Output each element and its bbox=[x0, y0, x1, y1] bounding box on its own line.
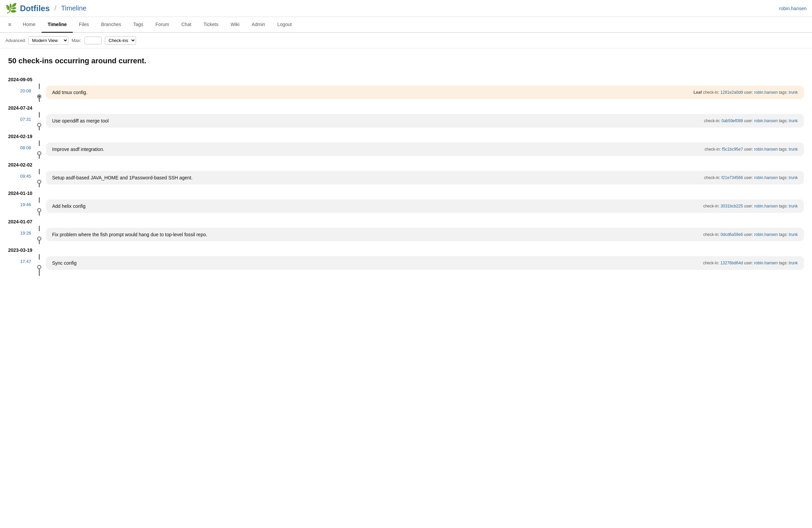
checkin-link[interactable]: 3031bcb225 bbox=[721, 204, 743, 209]
timeline-line bbox=[35, 254, 43, 276]
entry-card: Add tmux config. Leaf check-in: 1281e2a0… bbox=[46, 86, 804, 99]
time-value: 17:47 bbox=[8, 254, 35, 276]
entry-card: Fix problem where the fish prompt would … bbox=[46, 228, 804, 241]
view-select[interactable]: Modern View Classic View Compact View bbox=[28, 36, 68, 45]
commit-message: Setup asdf-based JAVA_HOME and 1Password… bbox=[52, 175, 192, 181]
hamburger-menu[interactable]: ≡ bbox=[3, 18, 17, 32]
timeline-line bbox=[35, 141, 43, 159]
main-nav: ≡ Home Timeline Files Branches Tags Foru… bbox=[0, 17, 812, 33]
nav-item-home[interactable]: Home bbox=[17, 17, 41, 33]
entry-card: Add helix config check-in: 3031bcb225 us… bbox=[46, 199, 804, 213]
date-label-6: 2023-03-19 bbox=[8, 244, 804, 254]
timeline-dot bbox=[37, 208, 41, 212]
user-link[interactable]: robin.hansen bbox=[754, 204, 778, 209]
table-row: 08:08 Improve asdf integration. check-in… bbox=[8, 141, 804, 159]
checkin-link[interactable]: 0dcd6a59e6 bbox=[721, 232, 743, 237]
timeline-dot bbox=[37, 151, 41, 155]
checkin-link[interactable]: 13276bd64d bbox=[720, 261, 743, 265]
entry-col: Improve asdf integration. check-in: f5c1… bbox=[43, 141, 804, 159]
tag-link[interactable]: trunk bbox=[789, 147, 798, 152]
timeline-dot bbox=[37, 237, 41, 241]
tag-link[interactable]: trunk bbox=[789, 232, 798, 237]
leaf-label: Leaf bbox=[694, 90, 702, 95]
entry-meta: check-in: f5c1bc95e7 user: robin.hansen … bbox=[698, 147, 798, 152]
entry-meta: Leaf check-in: 1281e2a0d9 user: robin.ha… bbox=[687, 90, 798, 95]
user-link[interactable]: robin.hansen bbox=[754, 175, 778, 180]
checkin-link[interactable]: f21e734566 bbox=[721, 175, 743, 180]
tag-link[interactable]: trunk bbox=[789, 204, 798, 209]
table-row: 07:31 Use opendiff as merge tool check-i… bbox=[8, 112, 804, 130]
logo-icon: 🌿 bbox=[5, 3, 17, 14]
entry-col: Setup asdf-based JAVA_HOME and 1Password… bbox=[43, 169, 804, 187]
user-link[interactable]: robin.hansen bbox=[754, 261, 778, 265]
timeline-line bbox=[35, 226, 43, 244]
entry-card: Setup asdf-based JAVA_HOME and 1Password… bbox=[46, 171, 804, 184]
time-value: 09:45 bbox=[8, 169, 35, 187]
date-label-0: 2024-09-05 bbox=[8, 73, 804, 84]
entry-col: Add helix config check-in: 3031bcb225 us… bbox=[43, 197, 804, 216]
date-group-4: 2024-01-10 19:46 Add helix config check-… bbox=[8, 187, 804, 216]
timeline-dot bbox=[37, 95, 41, 99]
entry-col: Add tmux config. Leaf check-in: 1281e2a0… bbox=[43, 84, 804, 102]
date-label-3: 2024-02-02 bbox=[8, 159, 804, 169]
tag-link[interactable]: trunk bbox=[789, 118, 798, 123]
table-row: 19:46 Add helix config check-in: 3031bcb… bbox=[8, 197, 804, 216]
checkin-link[interactable]: f5c1bc95e7 bbox=[722, 147, 743, 152]
tag-link[interactable]: trunk bbox=[789, 90, 798, 95]
time-value: 19:46 bbox=[8, 197, 35, 216]
commit-message: Improve asdf integration. bbox=[52, 146, 104, 152]
timeline-line bbox=[35, 169, 43, 187]
entry-meta: check-in: 3031bcb225 user: robin.hansen … bbox=[696, 204, 798, 209]
timeline-container: 2024-09-05 20:08 Add tmux config. Leaf c… bbox=[8, 73, 804, 276]
entry-meta: check-in: 0ab59ef088 user: robin.hansen … bbox=[697, 118, 798, 123]
checkin-link[interactable]: 0ab59ef088 bbox=[721, 118, 743, 123]
date-group-5: 2024-01-07 19:26 Fix problem where the f… bbox=[8, 216, 804, 244]
entry-col: Sync config check-in: 13276bd64d user: r… bbox=[43, 254, 804, 276]
nav-item-branches[interactable]: Branches bbox=[95, 17, 127, 33]
user-link[interactable]: robin.hansen bbox=[779, 6, 807, 11]
time-value: 07:31 bbox=[8, 112, 35, 130]
nav-item-tags[interactable]: Tags bbox=[127, 17, 149, 33]
time-value: 19:26 bbox=[8, 226, 35, 244]
tag-link[interactable]: trunk bbox=[789, 175, 798, 180]
max-input[interactable] bbox=[85, 37, 102, 44]
nav-item-wiki[interactable]: Wiki bbox=[224, 17, 245, 33]
nav-item-timeline[interactable]: Timeline bbox=[42, 17, 73, 33]
page-subtitle: Timeline bbox=[61, 4, 87, 12]
nav-item-logout[interactable]: Logout bbox=[271, 17, 298, 33]
commit-message: Fix problem where the fish prompt would … bbox=[52, 232, 207, 237]
nav-item-admin[interactable]: Admin bbox=[246, 17, 271, 33]
commit-message: Sync config bbox=[52, 260, 76, 266]
timeline-dot bbox=[37, 123, 41, 127]
date-group-6: 2023-03-19 17:47 Sync config check-in: 1… bbox=[8, 244, 804, 276]
commit-message: Use opendiff as merge tool bbox=[52, 118, 108, 124]
site-title[interactable]: Dotfiles bbox=[20, 4, 50, 13]
timeline-line bbox=[35, 112, 43, 130]
entry-card: Improve asdf integration. check-in: f5c1… bbox=[46, 142, 804, 156]
user-link[interactable]: robin.hansen bbox=[754, 90, 778, 95]
date-label-1: 2024-07-24 bbox=[8, 102, 804, 112]
entry-card: Sync config check-in: 13276bd64d user: r… bbox=[46, 256, 804, 270]
date-group-1: 2024-07-24 07:31 Use opendiff as merge t… bbox=[8, 102, 804, 130]
timeline-line bbox=[35, 197, 43, 216]
nav-item-tickets[interactable]: Tickets bbox=[198, 17, 224, 33]
nav-item-chat[interactable]: Chat bbox=[175, 17, 198, 33]
filter-select[interactable]: Check-ins All Events Tags Branches bbox=[105, 36, 136, 45]
nav-item-files[interactable]: Files bbox=[73, 17, 95, 33]
user-link[interactable]: robin.hansen bbox=[754, 147, 778, 152]
page-heading: 50 check-ins occurring around current. bbox=[8, 57, 804, 65]
max-label: Max: bbox=[72, 38, 81, 43]
table-row: 19:26 Fix problem where the fish prompt … bbox=[8, 226, 804, 244]
date-group-0: 2024-09-05 20:08 Add tmux config. Leaf c… bbox=[8, 73, 804, 102]
checkin-link[interactable]: 1281e2a0d9 bbox=[720, 90, 743, 95]
logo-area: 🌿 Dotfiles / Timeline bbox=[5, 3, 86, 14]
nav-item-forum[interactable]: Forum bbox=[149, 17, 175, 33]
entry-col: Fix problem where the fish prompt would … bbox=[43, 226, 804, 244]
user-link[interactable]: robin.hansen bbox=[754, 118, 778, 123]
tag-link[interactable]: trunk bbox=[789, 261, 798, 265]
user-link[interactable]: robin.hansen bbox=[754, 232, 778, 237]
entry-meta: check-in: f21e734566 user: robin.hansen … bbox=[697, 175, 798, 180]
date-label-2: 2024-02-19 bbox=[8, 130, 804, 141]
date-group-3: 2024-02-02 09:45 Setup asdf-based JAVA_H… bbox=[8, 159, 804, 187]
time-value: 08:08 bbox=[8, 141, 35, 159]
